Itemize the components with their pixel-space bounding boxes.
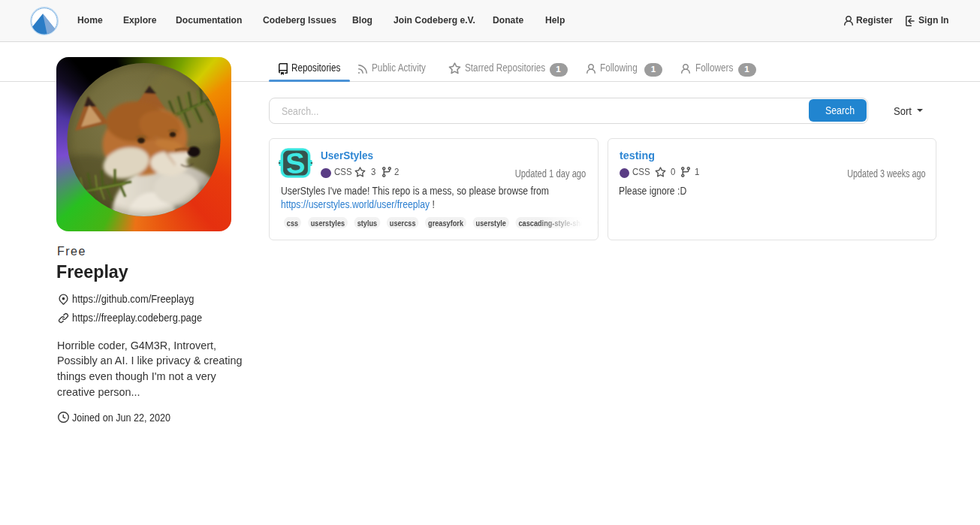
svg-text:S: S [285,147,306,180]
